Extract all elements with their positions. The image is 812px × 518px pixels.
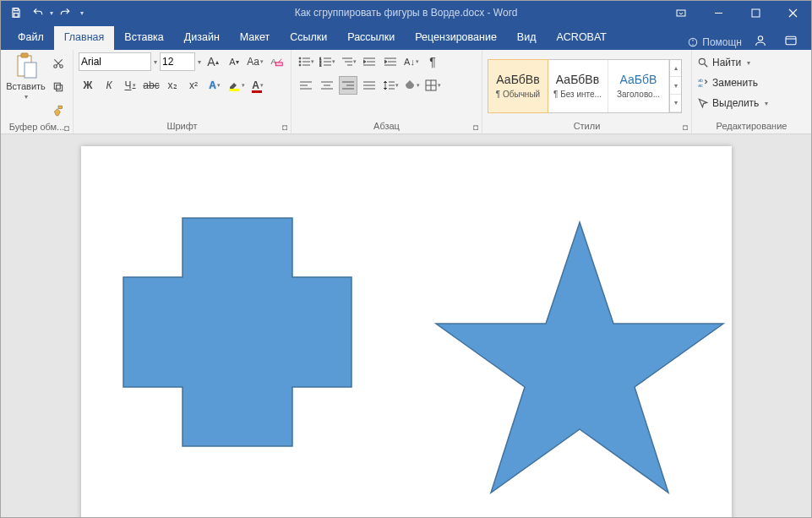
svg-rect-2: [677, 10, 685, 16]
group-clipboard: Вставить ▾ Буфер обм...◘: [1, 50, 74, 134]
style-heading1[interactable]: АаБбВ⁠ Заголово...: [608, 60, 669, 112]
text-effects-button[interactable]: A: [205, 76, 224, 95]
svg-rect-0: [14, 8, 19, 11]
superscript-button[interactable]: x²: [184, 76, 203, 95]
justify-button[interactable]: [360, 76, 379, 95]
group-styles: АаБбВв ¶ Обычный АаБбВв ¶ Без инте... Аа…: [482, 50, 692, 134]
paste-button[interactable]: Вставить ▾: [6, 52, 46, 101]
svg-point-24: [299, 61, 301, 63]
shape-cross[interactable]: [123, 218, 352, 446]
svg-rect-10: [786, 36, 796, 44]
svg-point-8: [693, 40, 694, 41]
gallery-up[interactable]: ▴: [670, 60, 681, 78]
bullets-button[interactable]: [297, 52, 315, 71]
change-case-button[interactable]: Aa: [246, 52, 264, 71]
replace-button[interactable]: abac Заменить: [697, 74, 768, 91]
tab-acrobat[interactable]: ACROBAT: [546, 26, 617, 50]
font-size-combo[interactable]: [160, 52, 195, 71]
tab-mailings[interactable]: Рассылки: [337, 26, 405, 50]
svg-rect-4: [752, 9, 760, 17]
tell-me-search[interactable]: Помощн: [687, 36, 742, 48]
paragraph-launcher[interactable]: ◘: [473, 123, 478, 132]
font-name-combo[interactable]: [79, 52, 151, 71]
font-launcher[interactable]: ◘: [282, 123, 287, 132]
quick-access-toolbar: ▾ ▾: [1, 3, 84, 23]
title-bar: ▾ ▾ Как сгруппировать фигуры в Ворде.doc…: [1, 1, 811, 25]
save-button[interactable]: [6, 3, 26, 23]
subscript-button[interactable]: x₂: [163, 76, 182, 95]
tab-view[interactable]: Вид: [507, 26, 547, 50]
shrink-font-button[interactable]: A▾: [225, 52, 243, 71]
line-spacing-button[interactable]: [381, 76, 400, 95]
tab-review[interactable]: Рецензирование: [405, 26, 507, 50]
svg-rect-21: [229, 89, 239, 91]
copy-button[interactable]: [49, 78, 68, 96]
svg-rect-16: [57, 85, 63, 91]
svg-point-9: [758, 36, 762, 41]
document-area[interactable]: [1, 134, 811, 518]
decrease-indent-button[interactable]: [360, 52, 379, 71]
group-editing: Найти▾ abac Заменить Выделить▾ Редактиро…: [692, 50, 811, 134]
align-left-button[interactable]: [297, 76, 315, 95]
cut-button[interactable]: [49, 54, 68, 73]
show-marks-button[interactable]: ¶: [423, 52, 442, 71]
styles-gallery[interactable]: АаБбВв ¶ Обычный АаБбВв ¶ Без инте... Аа…: [488, 59, 682, 113]
align-center-button[interactable]: [318, 76, 336, 95]
numbering-button[interactable]: 123: [318, 52, 336, 71]
window-title: Как сгруппировать фигуры в Ворде.docx - …: [295, 7, 518, 19]
clear-formatting-button[interactable]: A: [267, 52, 286, 71]
svg-point-22: [299, 57, 301, 59]
tab-design[interactable]: Дизайн: [174, 26, 230, 50]
style-no-spacing[interactable]: АаБбВв ¶ Без инте...: [548, 60, 608, 112]
page[interactable]: [81, 146, 732, 518]
gallery-down[interactable]: ▾: [670, 77, 681, 95]
svg-rect-1: [14, 14, 19, 18]
svg-point-26: [299, 64, 301, 66]
tab-references[interactable]: Ссылки: [280, 26, 337, 50]
svg-rect-18: [58, 106, 63, 109]
undo-button[interactable]: [28, 3, 48, 23]
svg-rect-20: [275, 63, 282, 66]
ribbon-display-button[interactable]: [662, 1, 700, 25]
highlight-button[interactable]: [226, 76, 246, 95]
styles-launcher[interactable]: ◘: [683, 123, 688, 132]
group-paragraph: 123 A↓ ¶ Абзац◘: [292, 50, 482, 134]
bold-button[interactable]: Ж: [79, 76, 97, 95]
font-color-button[interactable]: A: [248, 76, 267, 95]
shape-star[interactable]: [436, 222, 723, 493]
svg-rect-13: [25, 63, 36, 78]
strikethrough-button[interactable]: abc: [142, 76, 161, 95]
gallery-more[interactable]: ▾: [670, 95, 681, 112]
borders-button[interactable]: [423, 76, 442, 95]
find-button[interactable]: Найти▾: [697, 54, 768, 71]
svg-text:3: 3: [319, 63, 322, 67]
multilevel-list-button[interactable]: [339, 52, 357, 71]
svg-line-62: [705, 64, 708, 68]
align-right-button[interactable]: [339, 76, 357, 95]
tab-layout[interactable]: Макет: [230, 26, 280, 50]
grow-font-button[interactable]: A▴: [204, 52, 222, 71]
tab-file[interactable]: Файл: [8, 26, 54, 50]
underline-button[interactable]: Ч: [121, 76, 139, 95]
shading-button[interactable]: [402, 76, 421, 95]
close-button[interactable]: [774, 1, 811, 25]
redo-button[interactable]: [55, 3, 75, 23]
ribbon-tabs: Файл Главная Вставка Дизайн Макет Ссылки…: [1, 25, 811, 50]
sort-button[interactable]: A↓: [402, 52, 421, 71]
svg-point-61: [699, 58, 705, 64]
italic-button[interactable]: К: [100, 76, 118, 95]
share-button[interactable]: [779, 34, 803, 50]
svg-text:ac: ac: [698, 83, 703, 88]
minimize-button[interactable]: [700, 1, 737, 25]
increase-indent-button[interactable]: [381, 52, 400, 71]
clipboard-launcher[interactable]: ◘: [64, 123, 69, 133]
account-icon[interactable]: [749, 34, 772, 50]
svg-text:ab: ab: [698, 78, 703, 83]
maximize-button[interactable]: [737, 1, 774, 25]
tab-insert[interactable]: Вставка: [114, 26, 173, 50]
format-painter-button[interactable]: [49, 101, 68, 120]
tab-home[interactable]: Главная: [54, 26, 115, 50]
ribbon: Вставить ▾ Буфер обм...◘ ▾ ▾ A▴ A▾: [1, 50, 811, 134]
select-button[interactable]: Выделить▾: [697, 95, 768, 112]
style-normal[interactable]: АаБбВв ¶ Обычный: [488, 59, 548, 113]
